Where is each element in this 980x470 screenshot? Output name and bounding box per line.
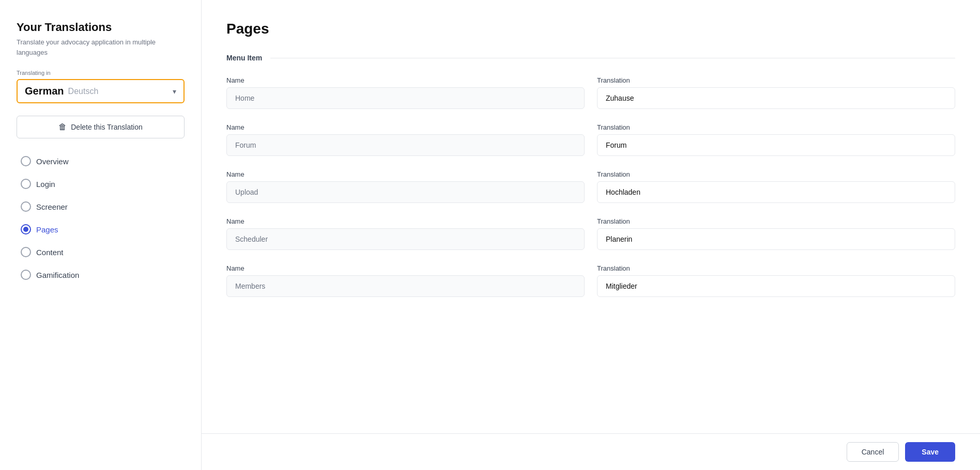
translating-in-label: Translating in [17, 70, 185, 76]
chevron-down-icon: ▾ [173, 87, 176, 96]
name-input-upload[interactable] [226, 181, 585, 203]
translation-input-upload[interactable] [597, 181, 955, 203]
name-label-forum: Name [226, 123, 585, 131]
name-group-forum: Name [226, 123, 585, 156]
translation-label-upload: Translation [597, 170, 955, 178]
sidebar-item-label-content: Content [36, 248, 64, 257]
sidebar-item-login[interactable]: Login [17, 174, 185, 194]
check-circle-login [21, 179, 31, 189]
check-circle-content [21, 247, 31, 257]
sidebar-nav: OverviewLoginScreenerPagesContentGamific… [17, 151, 185, 285]
sidebar-title: Your Translations [17, 21, 185, 34]
sidebar-item-overview[interactable]: Overview [17, 151, 185, 171]
sidebar-item-label-login: Login [36, 180, 55, 189]
name-label-home: Name [226, 76, 585, 84]
sidebar-item-label-screener: Screener [36, 202, 68, 211]
translation-row-home: NameTranslation [226, 76, 955, 109]
translation-group-upload: Translation [597, 170, 955, 203]
sidebar-item-label-gamification: Gamification [36, 271, 79, 279]
language-selector[interactable]: German Deutsch ▾ [17, 79, 185, 103]
name-input-forum[interactable] [226, 134, 585, 156]
translation-row-scheduler: NameTranslation [226, 217, 955, 250]
main-content: Pages Menu Item NameTranslationNameTrans… [202, 0, 980, 470]
name-label-members: Name [226, 264, 585, 272]
sidebar: Your Translations Translate your advocac… [0, 0, 202, 470]
translation-row-members: NameTranslation [226, 264, 955, 297]
translation-input-home[interactable] [597, 87, 955, 109]
translation-group-scheduler: Translation [597, 217, 955, 250]
sidebar-subtitle: Translate your advocacy application in m… [17, 37, 185, 57]
page-title: Pages [226, 21, 955, 37]
check-circle-pages [21, 224, 31, 234]
translation-row-upload: NameTranslation [226, 170, 955, 203]
translation-rows-container: NameTranslationNameTranslationNameTransl… [226, 76, 955, 297]
sidebar-item-pages[interactable]: Pages [17, 219, 185, 240]
name-group-members: Name [226, 264, 585, 297]
footer-bar: Cancel Save [202, 433, 980, 470]
language-native: Deutsch [68, 87, 99, 96]
sidebar-header: Your Translations Translate your advocac… [17, 21, 185, 57]
save-button[interactable]: Save [905, 442, 955, 462]
translation-input-scheduler[interactable] [597, 228, 955, 250]
check-circle-screener [21, 201, 31, 212]
cancel-button[interactable]: Cancel [847, 442, 899, 462]
sidebar-item-content[interactable]: Content [17, 242, 185, 262]
sidebar-item-screener[interactable]: Screener [17, 196, 185, 217]
translation-group-members: Translation [597, 264, 955, 297]
sidebar-item-gamification[interactable]: Gamification [17, 264, 185, 285]
translation-input-forum[interactable] [597, 134, 955, 156]
section-header: Menu Item [226, 54, 955, 62]
translation-label-scheduler: Translation [597, 217, 955, 225]
name-input-scheduler[interactable] [226, 228, 585, 250]
translation-label-home: Translation [597, 76, 955, 84]
translation-label-members: Translation [597, 264, 955, 272]
section-title: Menu Item [226, 54, 262, 62]
name-input-home[interactable] [226, 87, 585, 109]
language-selector-left: German Deutsch [25, 85, 98, 97]
check-circle-gamification [21, 270, 31, 280]
delete-button-label: Delete this Translation [71, 123, 143, 131]
name-group-home: Name [226, 76, 585, 109]
translation-label-forum: Translation [597, 123, 955, 131]
name-label-scheduler: Name [226, 217, 585, 225]
sidebar-item-label-pages: Pages [36, 225, 58, 234]
name-group-scheduler: Name [226, 217, 585, 250]
language-selector-group: Translating in German Deutsch ▾ [17, 70, 185, 103]
language-name: German [25, 85, 64, 97]
translation-input-members[interactable] [597, 275, 955, 297]
check-circle-overview [21, 156, 31, 166]
translation-group-home: Translation [597, 76, 955, 109]
name-label-upload: Name [226, 170, 585, 178]
name-input-members[interactable] [226, 275, 585, 297]
delete-translation-button[interactable]: 🗑 Delete this Translation [17, 116, 185, 138]
section-divider [270, 58, 955, 58]
sidebar-item-label-overview: Overview [36, 157, 69, 166]
trash-icon: 🗑 [58, 122, 67, 132]
translation-row-forum: NameTranslation [226, 123, 955, 156]
name-group-upload: Name [226, 170, 585, 203]
translation-group-forum: Translation [597, 123, 955, 156]
